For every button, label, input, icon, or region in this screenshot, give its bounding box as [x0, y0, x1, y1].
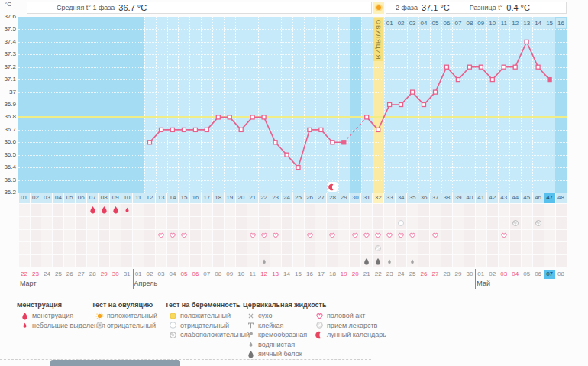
symbol-cell: [522, 242, 532, 254]
day-number-cell: 24: [282, 193, 292, 203]
date-cell: 18: [327, 270, 338, 279]
symbol-cell: [99, 217, 109, 229]
symbol-cell: [464, 230, 475, 242]
symbol-cell: [259, 204, 270, 216]
symbol-cell: [510, 217, 521, 229]
day-number-cell: 08: [99, 193, 109, 203]
symbol-cell: [76, 217, 86, 229]
symbol-cell: [133, 217, 144, 229]
symbol-cell: [41, 242, 52, 254]
symbol-cell: [133, 230, 144, 242]
legend-item: небольшие выделения: [20, 321, 105, 330]
symbol-cell: [315, 230, 326, 242]
symbol-cell: [41, 255, 52, 267]
legend-item-label: отрицательный: [107, 322, 156, 329]
date-cell: 27: [76, 270, 86, 279]
symbol-cell: [225, 230, 235, 242]
legend-item: слабоположительный: [168, 330, 250, 339]
month-separator: [133, 269, 134, 289]
symbol-cell: [87, 255, 98, 267]
legend-icon-holder: [246, 330, 255, 339]
symbol-cell: [282, 217, 292, 229]
day-number-cell: 01: [19, 193, 30, 203]
date-cell: 05: [522, 270, 532, 279]
temp-point: [319, 128, 323, 131]
symbol-cell: [64, 217, 75, 229]
symbol-cell: [396, 242, 406, 254]
crescent-icon: [315, 331, 324, 339]
symbol-cell: [453, 242, 464, 254]
symbol-cell: [190, 204, 201, 216]
symbol-cell: [384, 242, 395, 254]
legend-item: водянистая: [246, 340, 295, 349]
symbol-cell: [282, 255, 292, 267]
sun-icon: [376, 5, 381, 10]
symbol-cell: [544, 230, 555, 242]
date-cell: 01: [476, 270, 486, 279]
symbol-cell: [213, 255, 224, 267]
date-cell: 08: [213, 270, 224, 279]
symbol-cell: [282, 204, 292, 216]
bottom-partial-bar[interactable]: [50, 360, 180, 366]
legend-item-label: лунный календарь: [327, 331, 386, 338]
day-number-cell: 43: [499, 193, 509, 203]
symbol-cell: [373, 242, 383, 254]
symbol-cell: [556, 204, 567, 216]
symbol-cell: [179, 242, 189, 254]
symbol-cell: [87, 230, 98, 242]
symbol-cell: [327, 255, 338, 267]
temp-point: [216, 115, 220, 119]
symbol-cell: [556, 230, 567, 242]
legend-icon-holder: [315, 321, 324, 330]
legend-item-label: прием лекарств: [327, 322, 377, 329]
legend-icon-holder: [168, 321, 177, 330]
symbol-cell: [121, 242, 132, 254]
date-cell: 20: [350, 270, 360, 279]
drop-red-small-icon: [21, 321, 29, 329]
pregnancy-weak-positive-icon: [512, 219, 519, 227]
symbol-cell: [190, 255, 201, 267]
temp-point: [193, 128, 197, 131]
symbol-cell: [384, 230, 395, 242]
day-number-cell: 22: [259, 193, 270, 203]
temp-point: [285, 153, 289, 157]
symbol-cell: [361, 217, 372, 229]
drop-dark-icon: [247, 350, 255, 358]
symbol-cell: [76, 230, 86, 242]
spotting-icon: [123, 206, 131, 214]
day-number-cell: 13: [156, 193, 166, 203]
temperature-curve: [18, 17, 567, 193]
temp-point: [308, 128, 312, 131]
heart-icon: [260, 232, 268, 239]
symbol-cell: [64, 255, 75, 267]
date-cell: 31: [121, 270, 132, 279]
symbol-cell: [202, 230, 212, 242]
sticky-icon: [247, 321, 255, 329]
temp-point: [365, 115, 369, 119]
temp-point: [331, 141, 334, 144]
day-number-cell: 03: [41, 193, 52, 203]
legend-item-label: кремообразная: [258, 331, 307, 338]
watery-icon: [409, 257, 416, 265]
heart-icon: [169, 232, 176, 239]
legend-item: половой акт: [315, 311, 365, 320]
symbol-cell: [556, 255, 567, 267]
legend-title: Тест на овуляцию: [92, 301, 153, 309]
date-cell: 22: [19, 270, 30, 279]
symbol-cell: [144, 255, 155, 267]
day-number-cell: 38: [441, 193, 452, 203]
temp-point: [376, 128, 380, 131]
symbol-cell: [202, 217, 212, 229]
month-label: Март: [20, 280, 37, 287]
date-cell: 26: [64, 270, 75, 279]
symbol-cell: [121, 204, 132, 216]
symbol-cell: [259, 230, 270, 242]
symbol-cell: [510, 204, 521, 216]
day-number-cell: 29: [338, 193, 349, 203]
symbol-cell: [544, 242, 555, 254]
day-number-cell: 19: [225, 193, 235, 203]
symbol-cell: [53, 255, 63, 267]
symbol-cell: [179, 204, 189, 216]
symbol-cell: [110, 217, 121, 229]
symbol-cell: [213, 217, 224, 229]
